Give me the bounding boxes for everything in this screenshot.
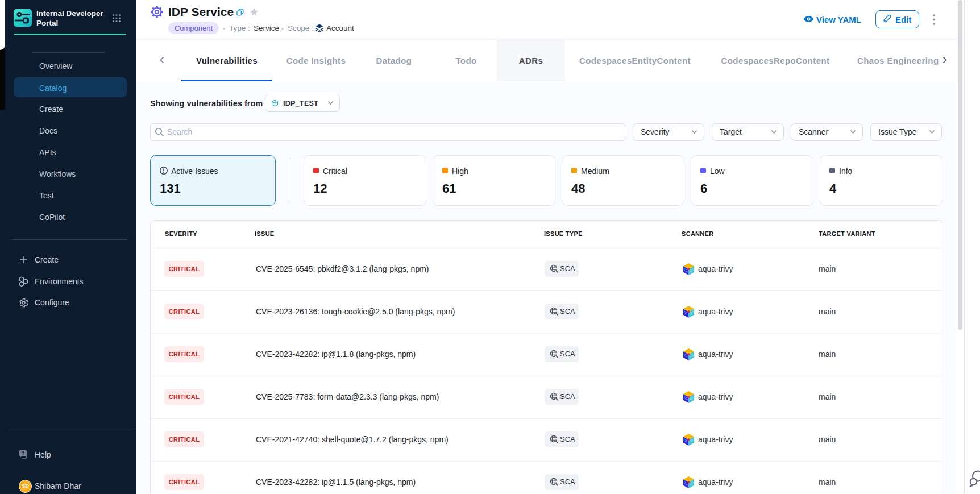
svg-text:?: ? <box>22 450 24 456</box>
